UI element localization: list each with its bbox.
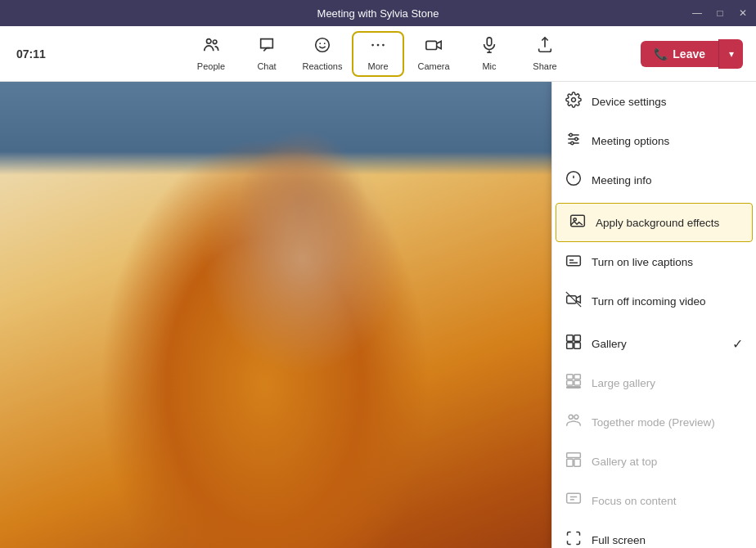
share-icon — [536, 36, 554, 58]
video-off-icon — [565, 291, 582, 311]
together-mode-label: Together mode (Preview) — [592, 416, 743, 429]
toolbar-share[interactable]: Share — [519, 31, 571, 77]
svg-rect-37 — [574, 380, 581, 385]
maximize-button[interactable]: □ — [713, 7, 727, 20]
mic-icon — [480, 36, 498, 58]
svg-point-19 — [571, 141, 574, 144]
reactions-label: Reactions — [303, 61, 343, 71]
settings-icon — [565, 92, 582, 111]
menu-gallery[interactable]: Gallery ✓ — [552, 324, 756, 363]
svg-rect-38 — [567, 387, 581, 389]
gallery-top-label: Gallery at top — [592, 456, 743, 468]
menu-meeting-options[interactable]: Meeting options — [552, 121, 756, 160]
svg-line-29 — [566, 292, 581, 307]
svg-point-5 — [371, 44, 374, 47]
menu-apply-bg[interactable]: Apply background effects — [556, 203, 753, 242]
svg-point-39 — [569, 415, 573, 419]
svg-rect-25 — [567, 256, 581, 266]
camera-icon — [425, 36, 443, 58]
camera-label: Camera — [417, 61, 449, 71]
info-icon — [565, 170, 582, 190]
svg-rect-31 — [574, 335, 581, 342]
fullscreen-icon — [565, 530, 582, 548]
video-area: Device settings Meeting options Meeting … — [0, 82, 756, 548]
svg-point-7 — [382, 44, 385, 47]
svg-rect-35 — [574, 375, 581, 380]
svg-point-24 — [574, 218, 576, 221]
bg-effects-icon — [569, 213, 586, 232]
large-gallery-label: Large gallery — [592, 377, 743, 389]
phone-icon: 📞 — [654, 47, 668, 61]
svg-rect-33 — [574, 343, 581, 349]
gallery-check: ✓ — [732, 336, 743, 352]
svg-point-4 — [324, 43, 326, 44]
svg-rect-34 — [567, 375, 574, 380]
live-captions-label: Turn on live captions — [592, 256, 743, 268]
device-settings-label: Device settings — [592, 96, 743, 108]
menu-large-gallery: Large gallery — [552, 363, 756, 402]
leave-dropdown-button[interactable]: ▾ — [718, 39, 743, 69]
focus-icon — [565, 491, 582, 510]
together-icon — [565, 412, 582, 432]
toolbar-camera[interactable]: Camera — [407, 31, 460, 77]
toolbar-chat[interactable]: Chat — [241, 31, 293, 77]
svg-point-2 — [316, 38, 330, 52]
meeting-info-label: Meeting info — [592, 174, 743, 186]
menu-gallery-top: Gallery at top — [552, 442, 756, 481]
svg-rect-42 — [567, 459, 574, 466]
share-label: Share — [533, 61, 556, 71]
meeting-toolbar: 07:11 People Chat Reactions More Camera — [0, 26, 756, 82]
meeting-options-label: Meeting options — [592, 135, 743, 147]
svg-point-17 — [569, 133, 572, 136]
focus-content-label: Focus on content — [592, 495, 743, 507]
reactions-icon — [313, 36, 331, 58]
sliders-icon — [565, 131, 582, 150]
mic-label: Mic — [482, 61, 496, 71]
window-controls: — □ ✕ — [691, 7, 749, 20]
svg-rect-44 — [567, 493, 581, 503]
full-screen-label: Full screen — [592, 534, 743, 546]
time-display: 07:11 — [16, 47, 46, 61]
svg-point-0 — [207, 39, 212, 44]
people-label: People — [197, 61, 225, 71]
menu-full-screen[interactable]: Full screen — [552, 520, 756, 548]
svg-rect-8 — [426, 41, 437, 49]
large-gallery-icon — [565, 373, 582, 393]
captions-icon — [565, 252, 582, 272]
chat-label: Chat — [257, 61, 276, 71]
svg-rect-43 — [574, 459, 581, 466]
close-button[interactable]: ✕ — [736, 7, 749, 20]
turn-off-video-label: Turn off incoming video — [592, 295, 743, 308]
toolbar-people[interactable]: People — [185, 31, 237, 77]
svg-point-3 — [319, 43, 321, 44]
leave-label: Leave — [673, 47, 705, 61]
toolbar-more[interactable]: More — [352, 31, 404, 77]
svg-rect-32 — [567, 343, 574, 349]
apply-bg-label: Apply background effects — [596, 217, 739, 229]
svg-point-6 — [377, 44, 380, 47]
more-label: More — [367, 61, 388, 71]
menu-together-mode: Together mode (Preview) — [552, 402, 756, 442]
svg-rect-9 — [487, 38, 492, 46]
svg-rect-30 — [567, 335, 574, 342]
menu-turn-off-video[interactable]: Turn off incoming video — [552, 281, 756, 321]
menu-meeting-info[interactable]: Meeting info — [552, 160, 756, 200]
svg-point-18 — [575, 137, 578, 140]
window-title: Meeting with Sylvia Stone — [317, 7, 439, 20]
more-icon — [369, 36, 387, 58]
gallery-icon — [565, 334, 582, 353]
leave-button[interactable]: 📞 Leave — [641, 41, 718, 67]
gallery-top-icon — [565, 451, 582, 471]
toolbar-reactions[interactable]: Reactions — [296, 31, 349, 77]
people-icon — [202, 36, 220, 58]
svg-point-40 — [574, 415, 578, 419]
menu-device-settings[interactable]: Device settings — [552, 82, 756, 121]
chat-icon — [258, 36, 276, 58]
leave-btn-group: 📞 Leave ▾ — [641, 39, 743, 69]
svg-rect-41 — [567, 453, 581, 458]
toolbar-mic[interactable]: Mic — [463, 31, 515, 77]
svg-point-1 — [213, 40, 217, 44]
minimize-button[interactable]: — — [691, 7, 704, 20]
menu-live-captions[interactable]: Turn on live captions — [552, 242, 756, 281]
menu-focus-content: Focus on content — [552, 481, 756, 520]
